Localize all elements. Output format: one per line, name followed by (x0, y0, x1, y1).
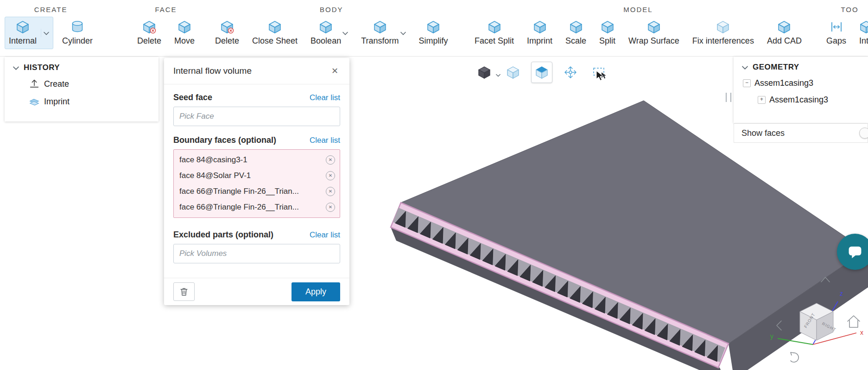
cylinder-button[interactable]: Cylinder (58, 17, 97, 49)
internal-flow-volume-dialog: Internal flow volume ✕ Seed face Clear l… (164, 58, 349, 305)
apply-button[interactable]: Apply (291, 282, 340, 301)
boundary-face-item: face 66@Triangle Fin-26__Trian... ✕ (174, 184, 340, 199)
imprint-button[interactable]: Imprint (523, 17, 557, 49)
z-axis-label: z (840, 290, 843, 297)
tree-item-assembly[interactable]: − Assem1casing3 (734, 75, 868, 91)
chevron-down-icon[interactable] (13, 64, 19, 72)
boundary-faces-label: Boundary faces (optional) (173, 135, 276, 145)
clear-seed-list-link[interactable]: Clear list (310, 93, 340, 102)
add-cad-button[interactable]: Add CAD (763, 17, 806, 49)
wrap-surface-icon (647, 20, 661, 34)
split-icon (601, 20, 615, 34)
interference-button[interactable]: Inte (855, 17, 868, 49)
history-item-create[interactable]: Create (5, 75, 158, 93)
trash-icon (179, 287, 189, 297)
remove-face-button[interactable]: ✕ (326, 155, 335, 165)
tree-item-assembly-child[interactable]: + Assem1casing3 (734, 91, 868, 108)
face-select-cube-icon (535, 65, 549, 79)
boundary-faces-list: face 84@casing3-1 ✕ face 84@Solar PV-1 ✕… (173, 149, 340, 218)
boundary-face-item: face 84@Solar PV-1 ✕ (174, 168, 340, 184)
history-panel: HISTORY Create Imprint (5, 57, 158, 121)
box-select-button[interactable] (589, 62, 610, 83)
move-face-button[interactable]: Move (170, 17, 199, 49)
collapse-expander[interactable]: − (743, 79, 751, 87)
remove-face-button[interactable]: ✕ (326, 187, 335, 196)
internal-cube-icon (16, 20, 30, 34)
cylinder-icon (70, 20, 84, 34)
shaded-view-button[interactable] (474, 62, 495, 83)
delete-body-button[interactable]: Delete (211, 17, 243, 49)
history-item-imprint[interactable]: Imprint (5, 93, 158, 110)
scale-icon (569, 20, 583, 34)
chevron-down-icon[interactable] (400, 29, 406, 37)
boolean-button[interactable]: Boolean (306, 17, 352, 49)
toolbar-group-body: BODY Delete Close Sheet Boolean Tr (211, 6, 452, 49)
group-label-create: CREATE (34, 6, 68, 13)
rotate-view-button[interactable] (791, 352, 798, 362)
delete-operation-button[interactable] (173, 282, 195, 301)
x-axis-label: x (860, 329, 863, 336)
transparent-view-button[interactable] (502, 62, 524, 83)
imprint-icon (533, 20, 547, 34)
show-faces-toggle[interactable] (859, 128, 868, 139)
group-label-body: BODY (320, 6, 343, 13)
move-face-icon (177, 20, 191, 34)
chat-icon (846, 243, 864, 261)
simplify-button[interactable]: Simplify (415, 17, 452, 49)
move-tool-icon (564, 65, 577, 79)
chevron-down-icon[interactable] (496, 70, 501, 79)
pan-left-icon[interactable] (777, 321, 781, 330)
close-sheet-icon (268, 20, 282, 34)
interference-icon (859, 20, 868, 34)
wrap-surface-button[interactable]: Wrap Surface (624, 17, 684, 49)
clear-boundary-list-link[interactable]: Clear list (310, 136, 340, 145)
pick-face-input[interactable] (173, 107, 340, 126)
show-faces-label: Show faces (741, 128, 785, 138)
close-icon[interactable]: ✕ (329, 64, 340, 78)
facet-split-button[interactable]: Facet Split (470, 17, 518, 49)
panel-resize-handle[interactable] (726, 93, 731, 102)
group-label-face: FACE (155, 6, 177, 13)
move-tool-button[interactable] (560, 62, 581, 83)
gaps-button[interactable]: Gaps (822, 17, 850, 49)
transform-button[interactable]: Transform (357, 17, 410, 49)
pan-up-icon[interactable] (821, 277, 830, 282)
face-select-button[interactable] (531, 62, 552, 83)
excluded-parts-label: Excluded parts (optional) (173, 230, 273, 240)
internal-button[interactable]: Internal (5, 17, 53, 49)
transparent-cube-icon (506, 65, 520, 79)
y-axis-label: y (770, 332, 773, 340)
orientation-cube[interactable]: FRONT RIGHT (800, 303, 837, 340)
boundary-face-item: face 84@casing3-1 ✕ (174, 152, 340, 168)
transform-icon (373, 20, 387, 34)
delete-face-button[interactable]: Delete (133, 17, 165, 49)
boundary-face-item: face 66@Triangle Fin-26__Trian... ✕ (174, 199, 340, 215)
clear-excluded-list-link[interactable]: Clear list (310, 230, 340, 240)
shaded-cube-icon (477, 65, 491, 79)
seed-face-label: Seed face (173, 93, 212, 102)
split-button[interactable]: Split (595, 17, 620, 49)
home-view-button[interactable] (848, 316, 860, 327)
group-label-tools: TOO (841, 6, 858, 13)
boolean-icon (319, 20, 333, 34)
chevron-down-icon[interactable] (742, 63, 748, 71)
delete-body-icon (220, 20, 234, 34)
toolbar-group-create: CREATE Internal Cylinder (5, 6, 97, 49)
fix-interferences-button[interactable]: Fix interferences (688, 17, 758, 49)
expand-expander[interactable]: + (758, 96, 766, 104)
gaps-icon (830, 20, 843, 34)
imprint-step-icon (29, 96, 40, 107)
chevron-down-icon[interactable] (342, 29, 348, 37)
box-select-icon (592, 65, 606, 79)
remove-face-button[interactable]: ✕ (326, 171, 335, 180)
chevron-down-icon[interactable] (41, 29, 49, 37)
geometry-title: GEOMETRY (753, 63, 799, 72)
add-cad-icon (777, 20, 791, 34)
navigation-gizmo: FRONT RIGHT z x y (760, 269, 868, 370)
remove-face-button[interactable]: ✕ (326, 203, 335, 212)
close-sheet-button[interactable]: Close Sheet (248, 17, 302, 49)
scale-button[interactable]: Scale (561, 17, 590, 49)
geometry-panel: GEOMETRY − Assem1casing3 + Assem1casing3 (734, 57, 868, 123)
y-axis (778, 338, 813, 344)
pick-volumes-input[interactable] (173, 244, 340, 263)
